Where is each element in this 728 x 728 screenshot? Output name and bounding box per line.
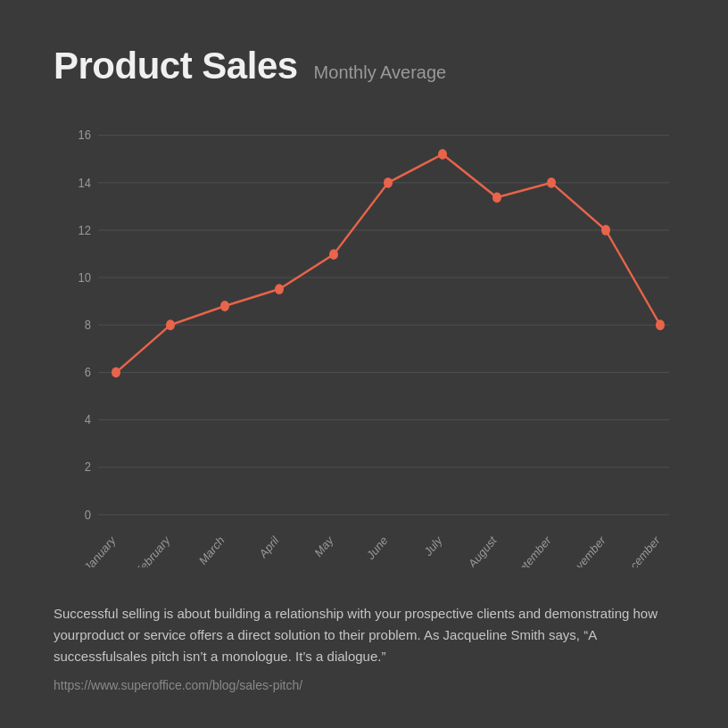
svg-text:10: 10 [79,269,92,285]
svg-text:December: December [618,533,662,567]
svg-text:6: 6 [85,364,91,379]
svg-text:August: August [467,533,499,567]
svg-text:January: January [82,533,118,567]
svg-text:June: June [365,533,390,562]
svg-text:16: 16 [79,127,92,142]
svg-text:April: April [257,533,281,561]
svg-text:0: 0 [85,507,91,522]
data-point-dec [656,319,665,330]
svg-text:July: July [422,533,444,559]
svg-text:8: 8 [85,317,91,332]
svg-text:14: 14 [79,174,92,189]
description-link[interactable]: https://www.superoffice.com/blog/sales-p… [54,678,674,692]
data-point-jun [384,178,393,188]
data-point-mar [220,301,229,311]
description-text: Successful selling is about building a r… [54,603,660,667]
chart-header: Product Sales Monthly Average [54,45,674,87]
data-point-aug [492,192,501,203]
line-chart: 16 14 12 10 8 6 4 2 0 January February M… [54,114,674,567]
svg-text:March: March [197,533,227,567]
svg-text:May: May [312,533,335,560]
data-point-apr [275,284,284,294]
chart-title: Product Sales [54,45,298,87]
svg-text:September: September [508,533,554,567]
main-container: Product Sales Monthly Average 16 14 12 1… [0,0,728,728]
chart-area: 16 14 12 10 8 6 4 2 0 January February M… [54,114,674,567]
data-point-may [329,249,338,260]
svg-text:12: 12 [79,222,92,237]
svg-text:4: 4 [85,411,91,426]
data-point-jul [438,149,447,160]
data-point-nov [601,225,610,236]
data-point-feb [166,319,175,330]
svg-text:2: 2 [85,459,91,474]
data-point-sep [547,178,556,188]
svg-text:November: November [564,533,608,567]
data-point-jan [112,368,120,378]
chart-subtitle: Monthly Average [314,62,447,83]
svg-text:February: February [133,533,172,567]
